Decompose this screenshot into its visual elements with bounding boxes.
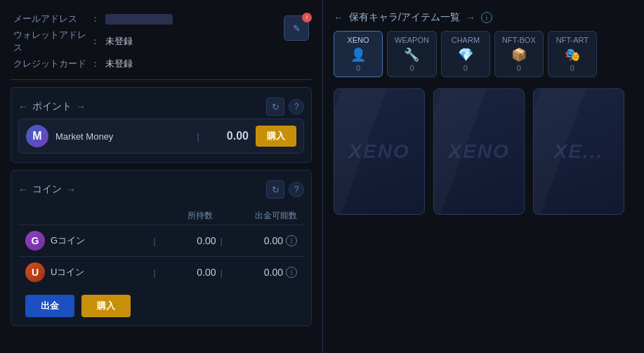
email-row: メールアドレス ： [13,13,284,25]
g-coin-withdrawable: 0.00 [227,235,283,246]
g-coin-holdings: 0.00 [160,235,216,246]
g-coin-row: G Gコイン | 0.00 | 0.00 i [18,225,304,256]
tab-count-nft-art: 0 [570,64,574,72]
xeno-card-2: XE... [533,88,624,215]
u-coin-sep2: | [221,267,223,278]
tab-count-weapon: 0 [409,64,414,72]
coin-table-header: 所持数 出金可能数 [18,207,304,225]
coins-arrow-left: ← [18,184,28,195]
u-coin-holdings: 0.00 [160,267,216,278]
xeno-card-1: XENO [433,88,525,215]
withdraw-button[interactable]: 出金 [25,295,74,317]
g-coin-icon: G [25,231,45,251]
inventory-tab-nft-art[interactable]: NFT-ART 🎭 0 [548,31,597,77]
points-title-text: ポイント [32,100,72,113]
points-refresh-button[interactable]: ↻ [266,98,284,116]
coins-help-button[interactable]: ? [289,182,304,197]
tab-icon-weapon: 🔧 [404,47,419,62]
wallet-value: 未登録 [105,35,133,48]
xeno-card-0: XENO [334,88,425,215]
inventory-arrow-left: ← [334,12,343,23]
market-money-sep: | [197,131,199,142]
header-holdings: 所持数 [129,210,213,222]
points-help-button[interactable]: ? [289,99,304,114]
coins-title-text: コイン [32,183,62,196]
market-money-row: M Market Money | 0.00 購入 [18,119,304,154]
card-grid: XENO XENO XE... [334,88,633,215]
credit-label: クレジットカード [13,58,91,70]
u-coin-row: U Uコイン | 0.00 | 0.00 i [18,256,304,288]
coins-buy-button[interactable]: 購入 [81,295,131,317]
coin-table: 所持数 出金可能数 G Gコイン | 0.00 | 0.00 i U Uコイ [18,207,304,288]
tab-icon-nft-art: 🎭 [565,47,580,62]
account-fields: メールアドレス ： ウォレットアドレス ： 未登録 クレジットカード ： 未登録 [13,13,284,74]
inventory-arrow-right: → [466,12,475,23]
points-section: ← ポイント → ↻ ? M Market Money | 0.00 購入 [11,87,312,163]
right-panel: ← 保有キャラ/アイテム一覧 → i XENO 👤 0 WEAPON 🔧 0 C… [323,0,644,353]
tab-label-xeno: XENO [347,36,369,44]
email-value [105,14,173,25]
points-header: ← ポイント → ↻ ? [18,93,304,119]
left-panel: メールアドレス ： ウォレットアドレス ： 未登録 クレジットカード ： 未登録 [0,0,323,353]
u-coin-info-icon[interactable]: i [286,267,297,278]
g-coin-sep1: | [153,236,155,246]
g-coin-name: Gコイン [51,234,149,247]
tab-count-xeno: 0 [356,64,360,72]
inventory-tabs: XENO 👤 0 WEAPON 🔧 0 CHARM 💎 0 NFT-BOX 📦 … [334,31,633,77]
tab-count-nft-box: 0 [517,64,521,72]
notification-badge: ! [302,13,312,22]
coin-actions: 出金 購入 [18,288,304,317]
coins-refresh-icon: ↻ [272,185,280,195]
points-arrow-left: ← [18,101,28,112]
inventory-tab-xeno[interactable]: XENO 👤 0 [334,31,383,77]
coin-section: ← コイン → ↻ ? 所持数 出金可能数 G [11,170,312,326]
tab-label-nft-box: NFT-BOX [502,36,536,44]
tab-label-nft-art: NFT-ART [556,36,589,44]
points-title: ← ポイント → [18,100,86,113]
inventory-tab-weapon[interactable]: WEAPON 🔧 0 [387,31,437,77]
points-actions: ↻ ? [266,98,304,116]
wallet-row: ウォレットアドレス ： 未登録 [13,29,284,54]
points-refresh-icon: ↻ [272,102,280,112]
credit-row: クレジットカード ： 未登録 [13,58,284,70]
credit-value: 未登録 [105,58,133,70]
credit-sep: ： [91,58,100,70]
tab-label-weapon: WEAPON [395,36,429,44]
coins-refresh-button[interactable]: ↻ [266,180,284,199]
u-coin-sep1: | [153,267,155,278]
market-money-label: Market Money [55,131,190,142]
tab-count-charm: 0 [464,64,468,72]
inventory-tab-nft-box[interactable]: NFT-BOX 📦 0 [494,31,544,77]
edit-button[interactable]: ✎ ! [284,15,309,41]
coins-help-icon: ? [294,185,299,194]
inventory-title: 保有キャラ/アイテム一覧 [349,11,460,24]
inventory-tab-charm[interactable]: CHARM 💎 0 [441,31,490,77]
market-money-value: 0.00 [206,130,249,142]
coins-arrow-right: → [66,184,76,195]
tab-icon-nft-box: 📦 [511,47,527,62]
header-withdrawable: 出金可能数 [213,210,297,222]
u-coin-icon: U [25,262,45,282]
coins-actions: ↻ ? [266,180,304,199]
email-sep: ： [91,13,100,25]
market-money-icon: M [26,125,48,147]
inventory-info-icon[interactable]: i [481,12,492,23]
u-coin-withdrawable: 0.00 [227,267,283,278]
wallet-label: ウォレットアドレス [13,29,91,54]
email-label: メールアドレス [13,13,91,25]
inventory-header: ← 保有キャラ/アイテム一覧 → i [334,7,633,31]
edit-icon: ✎ [293,23,301,34]
points-help-icon: ? [294,102,299,112]
g-coin-sep2: | [221,236,223,246]
tab-icon-xeno: 👤 [350,47,366,62]
tab-icon-charm: 💎 [458,47,473,62]
tab-label-charm: CHARM [452,36,480,44]
wallet-sep: ： [91,35,100,48]
g-coin-info-icon[interactable]: i [286,235,297,246]
points-arrow-right: → [76,101,86,112]
coins-header: ← コイン → ↻ ? [18,176,304,201]
account-section: メールアドレス ： ウォレットアドレス ： 未登録 クレジットカード ： 未登録 [11,7,312,80]
coins-title: ← コイン → [18,183,76,196]
u-coin-name: Uコイン [51,266,149,279]
points-buy-button[interactable]: 購入 [256,126,296,147]
